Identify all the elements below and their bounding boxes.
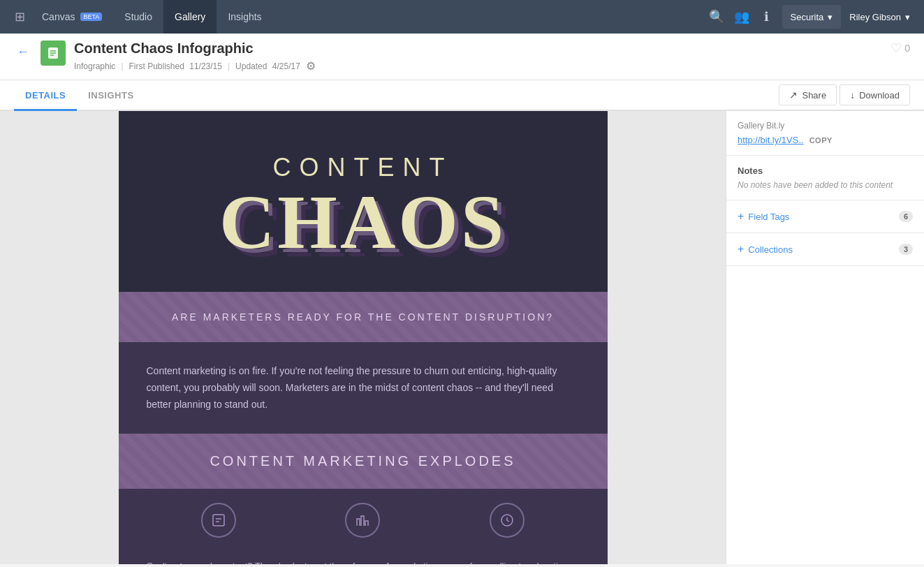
tab-details[interactable]: DETAILS [14,80,77,111]
top-navigation: ⊞ Canvas BETA Studio Gallery Insights 🔍 … [0,0,924,34]
infographic-icons-row [119,489,608,559]
download-icon: ↓ [850,89,855,101]
nav-insights[interactable]: Insights [217,0,272,34]
search-icon[interactable]: 🔍 [704,4,729,29]
infographic-icon-1 [201,503,236,538]
org-label: Securita [791,12,824,22]
studio-nav-label: Studio [124,11,152,22]
content-info: Content Chaos Infographic Infographic | … [74,40,882,73]
infographic-subtitle-section: ARE MARKETERS READY FOR THE CONTENT DISR… [119,292,608,342]
infographic-section2-header: CONTENT MARKETING EXPLODES [119,434,608,489]
collections-label: Collections [748,244,793,255]
info-icon[interactable]: ℹ [754,4,779,29]
download-button[interactable]: ↓ Download [839,84,910,105]
field-tags-accordion: + Field Tags 6 [726,200,924,233]
collections-count-badge: 3 [899,244,913,255]
share-label: Share [802,90,826,101]
canvas-nav-label: Canvas [42,11,75,22]
content-header: ← Content Chaos Infographic Infographic … [0,34,924,80]
org-dropdown-icon: ▾ [828,12,833,22]
infographic-title-top: CONTENT [147,153,580,182]
field-tags-header[interactable]: + Field Tags 6 [726,200,924,233]
infographic-body2-section: Can't get enough content? There's plenty… [119,559,608,564]
share-button[interactable]: ↗ Share [779,84,837,105]
people-icon[interactable]: 👥 [729,4,754,29]
user-dropdown-icon: ▾ [905,12,910,22]
icon-circle-3 [490,503,525,538]
notes-label: Notes [738,165,913,176]
content-meta: Infographic | First Published 11/23/15 |… [74,59,882,73]
icon-circle-1 [201,503,236,538]
sidebar-bitly-section: Gallery Bit.ly http://bit.ly/1VS.. COPY [726,111,924,156]
tab-actions: ↗ Share ↓ Download [779,84,910,105]
infographic-subtitle-text: ARE MARKETERS READY FOR THE CONTENT DISR… [147,311,580,323]
infographic-body2-text: Can't get enough content? There's plenty… [147,559,580,564]
field-tags-plus-icon: + [738,210,744,223]
infographic-body-section: Content marketing is on fire. If you're … [119,342,608,434]
like-number: 0 [904,43,910,54]
svg-rect-4 [213,515,224,526]
download-label: Download [859,90,900,101]
gallery-nav-label: Gallery [175,11,205,22]
icon-circle-2 [345,503,380,538]
sidebar-panel: Gallery Bit.ly http://bit.ly/1VS.. COPY … [726,111,924,564]
org-selector[interactable]: Securita ▾ [782,5,842,29]
field-tags-label: Field Tags [748,212,789,222]
insights-nav-label: Insights [228,11,261,22]
infographic-section2-title: CONTENT MARKETING EXPLODES [147,453,580,469]
content-type-icon [41,40,66,66]
nav-canvas[interactable]: Canvas BETA [31,0,113,34]
beta-badge: BETA [80,13,102,21]
bitly-row: http://bit.ly/1VS.. COPY [738,135,913,145]
collections-accordion: + Collections 3 [726,233,924,266]
settings-icon[interactable]: ⚙ [306,59,316,73]
user-menu[interactable]: Riley Gibson ▾ [844,12,916,22]
main-content-area: CONTENT CHAOS ARE MARKETERS READY FOR TH… [0,111,924,564]
copy-button[interactable]: COPY [809,136,833,145]
nav-gallery[interactable]: Gallery [163,0,217,34]
infographic-viewer[interactable]: CONTENT CHAOS ARE MARKETERS READY FOR TH… [0,111,726,564]
tab-insights[interactable]: INSIGHTS [77,80,145,111]
infographic-icon-3 [490,503,525,538]
home-icon[interactable]: ⊞ [8,6,31,28]
user-name-label: Riley Gibson [849,12,901,22]
collections-title: + Collections [738,243,793,256]
bitly-label: Gallery Bit.ly [738,121,913,131]
sidebar-notes-section: Notes No notes have been added to this c… [726,156,924,200]
share-icon: ↗ [789,89,798,101]
infographic-title-main: CHAOS [147,188,580,257]
infographic-icon-2 [345,503,380,538]
infographic-content: CONTENT CHAOS ARE MARKETERS READY FOR TH… [119,111,608,564]
updated-label: Updated 4/25/17 [235,61,300,71]
tabs-bar: DETAILS INSIGHTS ↗ Share ↓ Download [0,80,924,111]
infographic-body-text: Content marketing is on fire. If you're … [147,363,580,413]
bitly-link[interactable]: http://bit.ly/1VS.. [738,135,804,145]
field-tags-count-badge: 6 [899,211,913,222]
heart-icon: ♡ [890,40,902,56]
like-count[interactable]: ♡ 0 [890,40,910,56]
collections-header[interactable]: + Collections 3 [726,233,924,265]
collections-plus-icon: + [738,243,744,256]
first-published-label: First Published 11/23/15 [129,61,222,71]
back-button[interactable]: ← [14,42,32,62]
field-tags-title: + Field Tags [738,210,789,223]
nav-studio[interactable]: Studio [113,0,163,34]
infographic-title-section: CONTENT CHAOS [119,111,608,292]
notes-text: No notes have been added to this content [738,180,913,190]
content-type-label: Infographic [74,61,115,71]
content-title: Content Chaos Infographic [74,40,882,57]
